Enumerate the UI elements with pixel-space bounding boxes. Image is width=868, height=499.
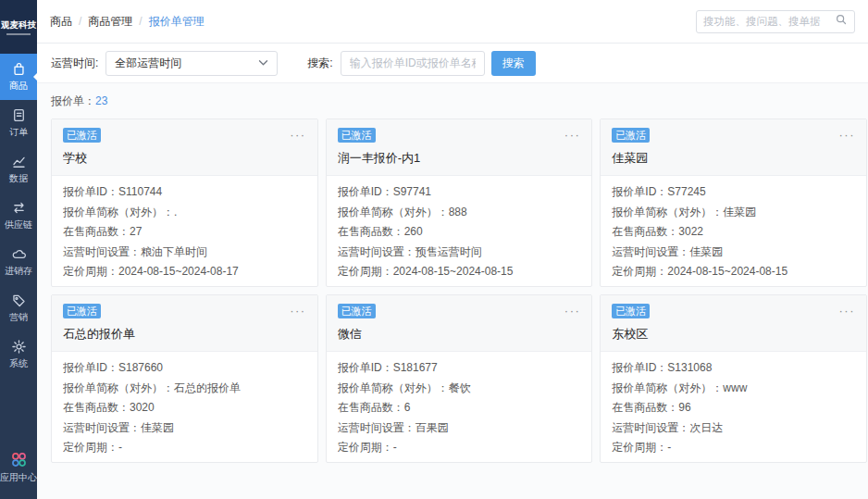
- brand-logo[interactable]: 观麦科技: [0, 0, 37, 54]
- card-header: 已激活 ··· 东校区: [601, 295, 866, 352]
- quote-search-group: 搜索: 搜索: [307, 51, 535, 76]
- sidebar-item-data[interactable]: 数据: [0, 146, 37, 193]
- card-title: 石总的报价单: [63, 326, 306, 343]
- global-search-box[interactable]: [696, 10, 855, 33]
- more-actions-icon[interactable]: ···: [838, 306, 855, 316]
- status-badge: 已激活: [63, 304, 101, 318]
- more-actions-icon[interactable]: ···: [838, 131, 855, 140]
- status-badge: 已激活: [338, 304, 376, 318]
- field-time-setting: 运营时间设置：次日达: [612, 418, 855, 439]
- status-badge: 已激活: [338, 128, 376, 143]
- field-product-count: 在售商品数：3020: [63, 398, 306, 418]
- goods-bag-icon: [11, 61, 27, 77]
- field-quote-id: 报价单ID：S97741: [338, 182, 581, 203]
- sidebar: 观麦科技 商品 订单: [0, 0, 37, 499]
- brand-logo-text: 观麦科技: [1, 19, 36, 31]
- search-label: 搜索:: [307, 56, 332, 71]
- card-body: 报价单ID：S187660 报价单简称（对外）：石总的报价单 在售商品数：302…: [52, 352, 317, 463]
- field-product-count: 在售商品数：260: [338, 222, 581, 243]
- field-pricing-cycle: 定价周期：2024-08-15~2024-08-15: [612, 262, 855, 282]
- content-area: 报价单：23 已激活 ··· 学校 报价单ID：S110744 报价单简称（对外…: [37, 83, 868, 499]
- marketing-tag-icon: [11, 293, 27, 308]
- field-product-count: 在售商品数：6: [338, 398, 581, 418]
- quote-card[interactable]: 已激活 ··· 润一丰报价-内1 报价单ID：S97741 报价单简称（对外）：…: [326, 119, 593, 287]
- quote-card[interactable]: 已激活 ··· 佳菜园 报价单ID：S77245 报价单简称（对外）：佳菜园 在…: [600, 119, 867, 287]
- more-actions-icon[interactable]: ···: [564, 306, 581, 316]
- sidebar-item-supply-chain[interactable]: 供应链: [0, 193, 37, 239]
- field-time-setting: 运营时间设置：预售运营时间: [338, 243, 581, 263]
- global-search-input[interactable]: [703, 16, 835, 27]
- data-chart-icon: [11, 154, 27, 169]
- quote-card[interactable]: 已激活 ··· 微信 报价单ID：S181677 报价单简称（对外）：餐饮 在售…: [326, 294, 593, 463]
- main-area: 商品 / 商品管理 / 报价单管理 运营时间: 全部运营时间: [37, 0, 868, 499]
- card-title: 东校区: [612, 326, 855, 343]
- field-description: 描述：-: [338, 282, 581, 288]
- card-title: 润一丰报价-内1: [338, 150, 581, 167]
- breadcrumb-item[interactable]: 商品: [50, 14, 72, 30]
- field-pricing-cycle: 定价周期：-: [612, 438, 855, 458]
- card-header: 已激活 ··· 佳菜园: [601, 119, 866, 176]
- field-product-count: 在售商品数：27: [63, 222, 306, 243]
- card-header: 已激活 ··· 微信: [327, 295, 592, 352]
- field-short-name: 报价单简称（对外）：佳菜园: [612, 203, 855, 223]
- sidebar-item-system[interactable]: 系统: [0, 331, 37, 378]
- field-short-name: 报价单简称（对外）：石总的报价单: [63, 379, 306, 399]
- field-short-name: 报价单简称（对外）：餐饮: [338, 379, 581, 399]
- sidebar-item-orders[interactable]: 订单: [0, 100, 37, 146]
- field-description: 描述：-: [63, 282, 306, 288]
- quote-card[interactable]: 已激活 ··· 东校区 报价单ID：S131068 报价单简称（对外）：www …: [600, 294, 867, 463]
- supply-chain-icon: [11, 200, 27, 216]
- sidebar-item-label: 商品: [9, 80, 28, 93]
- breadcrumb-current: 报价单管理: [149, 14, 205, 30]
- sidebar-item-inventory[interactable]: 进销存: [0, 239, 37, 285]
- field-pricing-cycle: 定价周期：2024-08-15~2024-08-17: [63, 262, 306, 282]
- field-short-name: 报价单简称（对外）：888: [338, 203, 581, 223]
- more-actions-icon[interactable]: ···: [290, 306, 306, 316]
- more-actions-icon[interactable]: ···: [290, 131, 306, 140]
- sidebar-item-label: 营销: [9, 311, 28, 324]
- brand-logo-underline: [6, 33, 31, 35]
- more-actions-icon[interactable]: ···: [564, 131, 581, 140]
- sidebar-item-app-center[interactable]: 应用中心: [0, 442, 37, 493]
- sidebar-item-label: 系统: [9, 357, 28, 370]
- card-header: 已激活 ··· 石总的报价单: [52, 295, 317, 352]
- order-icon: [11, 107, 27, 123]
- field-pricing-cycle: 定价周期：2024-08-15~2024-08-15: [338, 262, 581, 282]
- card-title: 佳菜园: [612, 150, 855, 167]
- status-badge: 已激活: [63, 128, 101, 143]
- breadcrumb-item[interactable]: 商品管理: [88, 14, 132, 30]
- sidebar-spacer: [0, 378, 37, 442]
- breadcrumb-separator: /: [79, 15, 81, 28]
- sidebar-item-marketing[interactable]: 营销: [0, 285, 37, 331]
- operation-time-select[interactable]: 全部运营时间: [105, 51, 278, 76]
- field-product-count: 在售商品数：96: [612, 398, 855, 418]
- field-short-name: 报价单简称（对外）：.: [63, 203, 306, 223]
- field-time-setting: 运营时间设置：佳菜园: [63, 418, 306, 439]
- status-badge: 已激活: [612, 128, 650, 143]
- card-title: 学校: [63, 150, 306, 167]
- topbar: 商品 / 商品管理 / 报价单管理: [37, 0, 868, 44]
- operation-time-label: 运营时间:: [51, 56, 98, 71]
- card-body: 报价单ID：S131068 报价单简称（对外）：www 在售商品数：96 运营时…: [601, 352, 866, 463]
- sidebar-item-label: 订单: [9, 126, 28, 139]
- breadcrumb: 商品 / 商品管理 / 报价单管理: [50, 14, 205, 30]
- search-button[interactable]: 搜索: [491, 51, 536, 76]
- card-body: 报价单ID：S97741 报价单简称（对外）：888 在售商品数：260 运营时…: [327, 176, 592, 287]
- field-description: 描述：-: [612, 282, 855, 288]
- sidebar-item-label: 应用中心: [0, 471, 37, 484]
- sidebar-item-goods[interactable]: 商品: [0, 54, 37, 100]
- field-time-setting: 运营时间设置：粮油下单时间: [63, 243, 306, 263]
- field-quote-id: 报价单ID：S77245: [612, 182, 855, 203]
- card-header: 已激活 ··· 学校: [52, 119, 317, 176]
- search-icon[interactable]: [835, 13, 848, 30]
- field-pricing-cycle: 定价周期：-: [338, 438, 581, 458]
- quote-search-input[interactable]: [341, 51, 485, 76]
- quote-card[interactable]: 已激活 ··· 石总的报价单 报价单ID：S187660 报价单简称（对外）：石…: [51, 294, 318, 463]
- card-body: 报价单ID：S110744 报价单简称（对外）：. 在售商品数：27 运营时间设…: [52, 176, 317, 287]
- breadcrumb-separator: /: [139, 15, 142, 28]
- quote-count-row: 报价单：23: [51, 83, 867, 119]
- quote-card[interactable]: 已激活 ··· 学校 报价单ID：S110744 报价单简称（对外）：. 在售商…: [51, 119, 318, 287]
- inventory-icon: [11, 246, 27, 262]
- field-description: 描述：-: [612, 458, 855, 464]
- field-quote-id: 报价单ID：S110744: [63, 182, 306, 203]
